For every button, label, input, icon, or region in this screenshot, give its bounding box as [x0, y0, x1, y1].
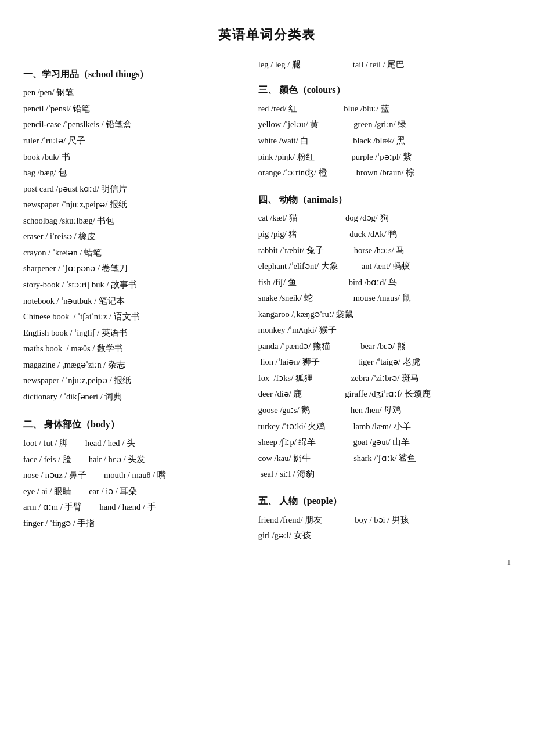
list-item: dictionary / ˈdikʃəneri / 词典: [23, 389, 241, 405]
list-item: panda /ˈpændə/ 熊猫 bear /bεə/ 熊: [258, 339, 511, 355]
list-item: kangaroo /ˌkæŋgəˈruː/ 袋鼠: [258, 307, 511, 323]
list-item: pencil /ˈpensl/ 铅笔: [23, 101, 241, 117]
list-item: post card /pəust kɑːd/ 明信片: [23, 181, 241, 197]
page-number: 1: [23, 556, 511, 569]
page-title: 英语单词分类表: [23, 23, 511, 46]
section-animals-items: cat /kæt/ 猫 dog /dɔg/ 狗 pig /pig/ 猪 duck…: [258, 210, 511, 482]
section-animals-header: 四、 动物（animals）: [258, 192, 511, 208]
list-item: foot / fut / 脚 head / hed / 头: [23, 435, 241, 452]
list-item: schoolbag /skuːlbæg/ 书包: [23, 213, 241, 229]
section-colours-header: 三、 颜色（colours）: [258, 82, 511, 99]
section-body-header: 二、 身体部位（body）: [23, 416, 241, 433]
list-item: cow /kau/ 奶牛 shark /ˈʃɑːk/ 鲨鱼: [258, 451, 511, 467]
left-column: 一、学习用品（school things） pen /pen/ 钢笔 penci…: [23, 57, 252, 544]
page: 英语单词分类表 一、学习用品（school things） pen /pen/ …: [23, 23, 511, 569]
list-item: Chinese book / ˈtʃaiˈniːz / 语文书: [23, 309, 241, 325]
list-item: cat /kæt/ 猫 dog /dɔg/ 狗: [258, 210, 511, 226]
list-item: leg / leg / 腿 tail / teil / 尾巴: [258, 57, 511, 73]
list-item: book /buk/ 书: [23, 149, 241, 165]
list-item: fox /fɔks/ 狐狸 zebra /ˈziːbrə/ 斑马: [258, 370, 511, 387]
list-item: finger / ˈfiŋgə / 手指: [23, 516, 241, 532]
list-item: face / feis / 脸 hair / hεə / 头发: [23, 452, 241, 468]
list-item: bag /bæg/ 包: [23, 165, 241, 181]
list-item: pink /piŋk/ 粉红 purple /ˈpəːpl/ 紫: [258, 149, 511, 165]
section-colours-items: red /red/ 红 blue /bluː/ 蓝 yellow /ˈjeləu…: [258, 101, 511, 181]
list-item: notebook / ˈnəutbuk / 笔记本: [23, 293, 241, 309]
list-item: friend /frend/ 朋友 boy / bɔi / 男孩: [258, 512, 511, 528]
list-item: yellow /ˈjeləu/ 黄 green /griːn/ 绿: [258, 117, 511, 133]
list-item: girl /gəːl/ 女孩: [258, 528, 511, 544]
list-item: elephant /ˈelifənt/ 大象 ant /ænt/ 蚂蚁: [258, 258, 511, 275]
list-item: English book / ˈiŋgliʃ / 英语书: [23, 325, 241, 341]
list-item: sheep /ʃiːp/ 绵羊 goat /gəut/ 山羊: [258, 434, 511, 451]
section-people-items: friend /frend/ 朋友 boy / bɔi / 男孩 girl /g…: [258, 512, 511, 544]
section-school-header: 一、学习用品（school things）: [23, 66, 241, 83]
list-item: eye / ai / 眼睛 ear / iə / 耳朵: [23, 484, 241, 500]
list-item: crayon / ˈkreiən / 蜡笔: [23, 245, 241, 261]
list-item: goose /guːs/ 鹅 hen /hen/ 母鸡: [258, 402, 511, 419]
list-item: lion /ˈlaiən/ 狮子 tiger /ˈtaigə/ 老虎: [258, 354, 511, 370]
right-column: leg / leg / 腿 tail / teil / 尾巴 三、 颜色（col…: [252, 57, 511, 544]
main-content: 一、学习用品（school things） pen /pen/ 钢笔 penci…: [23, 57, 511, 544]
list-item: seal / siːl / 海豹: [258, 466, 511, 483]
list-item: pen /pen/ 钢笔: [23, 85, 241, 101]
list-item: newspaper /ˈnjuːz,peipə/ 报纸: [23, 197, 241, 213]
list-item: monkey /ˈmʌŋki/ 猴子: [258, 322, 511, 339]
section-people-header: 五、 人物（people）: [258, 493, 511, 510]
list-item: rabbit /ˈræbit/ 兔子 horse /hɔːs/ 马: [258, 243, 511, 259]
list-item: maths book / mæθs / 数学书: [23, 341, 241, 357]
list-item: turkey /ˈtəːki/ 火鸡 lamb /læm/ 小羊: [258, 419, 511, 435]
list-item: red /red/ 红 blue /bluː/ 蓝: [258, 101, 511, 117]
list-item: magazine / ˌmægəˈziːn / 杂志: [23, 357, 241, 373]
list-item: arm / ɑːm / 手臂 hand / hænd / 手: [23, 499, 241, 516]
list-item: fish /fiʃ/ 鱼 bird /bɑːd/ 鸟: [258, 275, 511, 291]
list-item: sharpener / ˈʃɑːpənə / 卷笔刀: [23, 261, 241, 277]
section-body-extra: leg / leg / 腿 tail / teil / 尾巴: [258, 57, 511, 73]
list-item: ruler /ˈruːlə/ 尺子: [23, 133, 241, 149]
list-item: white /wait/ 白 black /blæk/ 黑: [258, 133, 511, 149]
section-body-items: foot / fut / 脚 head / hed / 头 face / fei…: [23, 435, 241, 531]
list-item: pencil-case /ˈpenslkeis / 铅笔盒: [23, 117, 241, 133]
list-item: snake /sneik/ 蛇 mouse /maus/ 鼠: [258, 290, 511, 307]
list-item: orange /ˈɔːrinʤ/ 橙 brown /braun/ 棕: [258, 165, 511, 181]
list-item: deer /diə/ 鹿 giraffe /dʒiˈrɑːf/ 长颈鹿: [258, 386, 511, 402]
list-item: eraser / iˈreisə / 橡皮: [23, 229, 241, 245]
list-item: story-book / ˈstɔːri] buk / 故事书: [23, 277, 241, 293]
list-item: pig /pig/ 猪 duck /dʌk/ 鸭: [258, 226, 511, 243]
section-school-items: pen /pen/ 钢笔 pencil /ˈpensl/ 铅笔 pencil-c…: [23, 85, 241, 405]
list-item: nose / nəuz / 鼻子 mouth / mauθ / 嘴: [23, 467, 241, 484]
list-item: newspaper / ˈnjuːz,peipə / 报纸: [23, 373, 241, 389]
